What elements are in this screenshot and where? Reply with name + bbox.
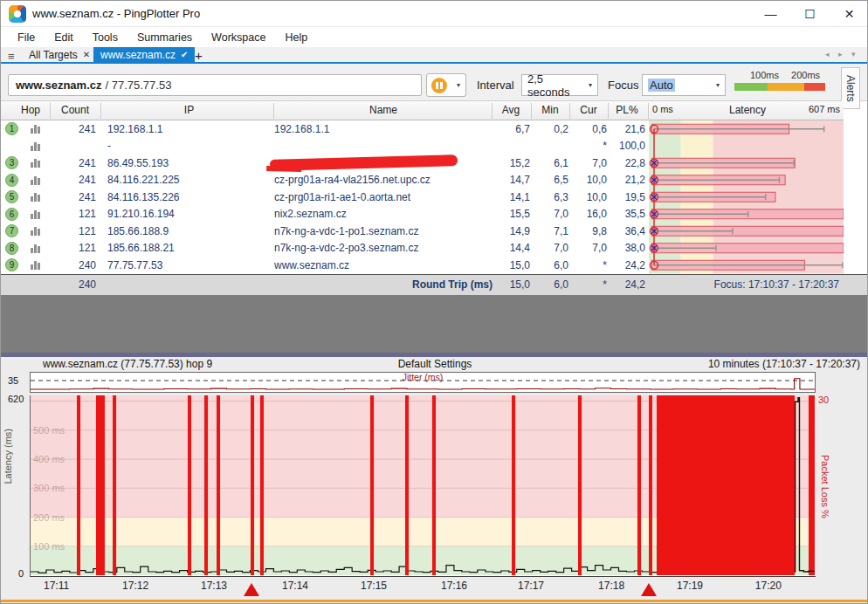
interval-select[interactable]: 2,5 seconds ▾ (521, 74, 598, 96)
jitter-title: Jitter (ms) (30, 372, 816, 382)
avg-cell: 15,2 (490, 157, 530, 169)
target-input[interactable]: www.seznam.cz / 77.75.77.53 (8, 74, 422, 96)
avg-cell: 6,7 (490, 123, 530, 135)
maximize-button[interactable]: ☐ (790, 1, 830, 27)
header-min[interactable]: Min (532, 104, 568, 116)
packet-loss-max-label: 30 (818, 395, 829, 405)
header-pl[interactable]: PL% (609, 104, 645, 116)
focus-value: Auto (648, 79, 675, 92)
header-lat-max: 607 ms (791, 104, 840, 114)
pl-cell: 24,2 (609, 259, 645, 271)
pl-cell: 38,0 (609, 242, 645, 254)
latency-axis-zero: 0 (18, 568, 24, 579)
focus-select[interactable]: Auto ▾ (642, 74, 726, 96)
header-name[interactable]: Name (274, 104, 493, 116)
menu-file[interactable]: File (8, 30, 45, 45)
focus-marker-triangle[interactable] (641, 583, 657, 596)
tab-scroll-arrows[interactable]: ◂ ▸ (825, 50, 846, 58)
x-axis-tick: 17:18 (598, 580, 624, 592)
mini-chart-icon[interactable] (31, 210, 40, 219)
pl-cell: 36,4 (609, 225, 645, 237)
latency-scale-bar[interactable] (734, 83, 825, 91)
mini-chart-icon[interactable] (31, 142, 40, 151)
rt-count: 240 (51, 278, 96, 291)
tab-seznam[interactable]: www.seznam.cz ✔ (93, 47, 195, 62)
name-cell: cz-prg01a-ri1-ae1-0.aorta.net (274, 191, 493, 203)
cur-cell: 7,0 (570, 157, 607, 169)
pingplotter-window: www.seznam.cz - PingPlotter Pro — ☐ ✕ Fi… (0, 0, 868, 604)
x-axis-tick: 17:14 (282, 580, 308, 592)
x-axis-tick: 17:19 (677, 580, 703, 592)
mini-chart-icon[interactable] (31, 176, 40, 185)
empty-gray-area (1, 295, 868, 353)
window-title: www.seznam.cz - PingPlotter Pro (32, 7, 200, 20)
alerts-side-tab[interactable]: Alerts (841, 67, 860, 109)
mini-chart-icon[interactable] (31, 244, 40, 253)
header-cur[interactable]: Cur (570, 104, 607, 116)
name-cell: www.seznam.cz (274, 259, 493, 271)
min-cell: 7,0 (532, 242, 568, 254)
x-axis-tick: 17:17 (518, 580, 544, 592)
mini-chart-icon[interactable] (31, 193, 40, 202)
header-latency[interactable]: Latency (699, 104, 796, 116)
interval-value: 2,5 seconds (527, 72, 583, 99)
scale-100ms: 100ms (750, 70, 779, 80)
x-axis-tick: 17:20 (755, 580, 782, 592)
close-button[interactable]: ✕ (830, 1, 868, 27)
pl-cell: 19,5 (609, 191, 645, 203)
chevron-down-icon: ▾ (716, 81, 720, 89)
menu-tools[interactable]: Tools (83, 30, 127, 45)
mini-chart-icon[interactable] (31, 159, 40, 168)
menu-bar: File Edit Tools Summaries Workspace Help (1, 27, 868, 47)
min-cell: 7,1 (532, 225, 568, 237)
new-tab-button[interactable]: + (195, 48, 203, 63)
avg-cell: 14,4 (490, 242, 530, 254)
svg-text:100 ms: 100 ms (33, 541, 65, 552)
ip-cell: 185.66.188.9 (107, 225, 273, 237)
x-axis-tick: 17:12 (122, 580, 148, 592)
min-cell: 6,3 (532, 191, 568, 203)
menu-edit[interactable]: Edit (45, 30, 83, 45)
focus-marker-triangle[interactable] (244, 583, 259, 596)
svg-text:400 ms: 400 ms (33, 454, 65, 464)
tab-close-icon[interactable]: ✕ (83, 50, 90, 59)
hamburger-icon[interactable]: ≡ (8, 50, 15, 63)
menu-workspace[interactable]: Workspace (202, 30, 275, 45)
latency-axis-label: Latency (ms) (3, 429, 13, 484)
focus-label: Focus (608, 79, 638, 92)
cur-cell: 7,0 (570, 242, 607, 254)
svg-text:300 ms: 300 ms (33, 483, 65, 493)
hop-badge: 6 (5, 208, 18, 221)
count-cell: 241 (51, 174, 96, 186)
x-axis-tick: 17:16 (441, 580, 467, 592)
header-ip[interactable]: IP (104, 104, 274, 116)
jitter-max-label: 35 (8, 375, 18, 386)
graph-range-label[interactable]: 10 minutes (17:10:37 - 17:20:37) (708, 358, 860, 370)
count-cell: 241 (51, 157, 96, 169)
header-lat-min: 0 ms (652, 104, 673, 114)
mini-chart-icon[interactable] (31, 261, 40, 270)
minimize-button[interactable]: — (751, 1, 790, 27)
latency-column-chart (649, 120, 844, 274)
mini-chart-icon[interactable] (31, 125, 40, 134)
avg-cell: 15,0 (490, 259, 530, 271)
timeline-plot[interactable]: 100 ms200 ms300 ms400 ms500 ms (30, 395, 816, 577)
ip-cell: 91.210.16.194 (107, 208, 273, 220)
tab-all-targets[interactable]: All Targets ✕ (22, 47, 97, 62)
menu-summaries[interactable]: Summaries (127, 30, 202, 45)
round-trip-row[interactable]: 240 Round Trip (ms) 15,0 6,0 * 24,2 Focu… (1, 274, 868, 295)
focus-range-bar[interactable] (1, 600, 868, 602)
menu-help[interactable]: Help (275, 30, 317, 45)
packet-loss-axis-label: Packet Loss % (820, 455, 830, 518)
header-hop[interactable]: Hop (13, 104, 48, 116)
pause-icon (431, 78, 447, 93)
pause-dropdown-button[interactable]: ▾ (451, 73, 466, 97)
rt-avg: 15,0 (490, 278, 530, 291)
hop-badge: 5 (5, 190, 18, 203)
header-avg[interactable]: Avg (492, 104, 530, 116)
ip-cell: 185.66.188.21 (107, 242, 273, 254)
tab-list-dropdown-icon[interactable]: ▾ (851, 50, 859, 58)
mini-chart-icon[interactable] (31, 227, 40, 236)
header-count[interactable]: Count (51, 104, 100, 116)
pause-button[interactable] (426, 73, 452, 97)
